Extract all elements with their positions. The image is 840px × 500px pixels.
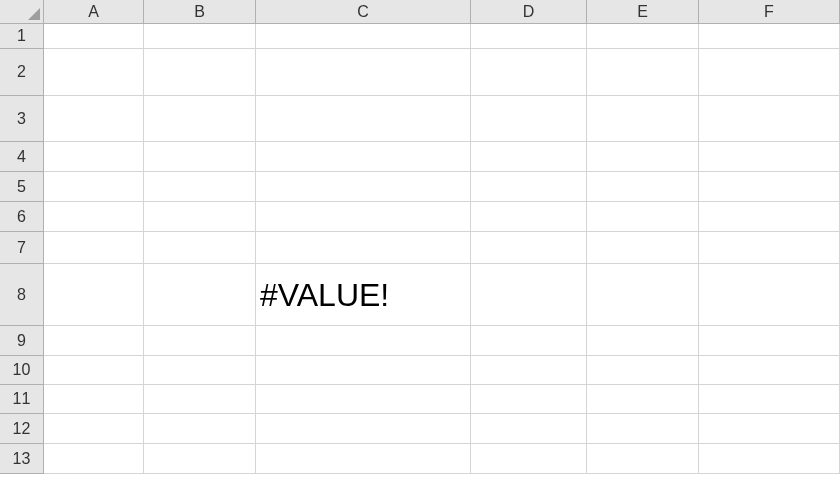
cell-A10[interactable] [44,356,144,385]
cell-A11[interactable] [44,385,144,414]
select-all-button[interactable] [0,0,44,24]
column-header-C[interactable]: C [256,0,471,24]
cell-F8[interactable] [699,264,840,326]
cell-A4[interactable] [44,142,144,172]
cell-C12[interactable] [256,414,471,444]
cell-D7[interactable] [471,232,587,264]
cell-A9[interactable] [44,326,144,356]
cell-F5[interactable] [699,172,840,202]
row-header-5[interactable]: 5 [0,172,44,202]
cell-E9[interactable] [587,326,699,356]
cell-B8[interactable] [144,264,256,326]
cell-B13[interactable] [144,444,256,474]
cell-D13[interactable] [471,444,587,474]
column-header-A[interactable]: A [44,0,144,24]
cell-F6[interactable] [699,202,840,232]
cell-D4[interactable] [471,142,587,172]
cell-E11[interactable] [587,385,699,414]
cell-E2[interactable] [587,49,699,96]
row-header-6[interactable]: 6 [0,202,44,232]
cell-B2[interactable] [144,49,256,96]
cell-B4[interactable] [144,142,256,172]
cell-B3[interactable] [144,96,256,142]
cell-B12[interactable] [144,414,256,444]
cell-B9[interactable] [144,326,256,356]
row-header-10[interactable]: 10 [0,356,44,385]
cell-E12[interactable] [587,414,699,444]
column-header-E[interactable]: E [587,0,699,24]
row-header-7[interactable]: 7 [0,232,44,264]
cell-D10[interactable] [471,356,587,385]
cell-C8[interactable]: #VALUE! [256,264,471,326]
cell-F1[interactable] [699,24,840,49]
cell-C5[interactable] [256,172,471,202]
cell-B11[interactable] [144,385,256,414]
cell-C9[interactable] [256,326,471,356]
cell-B6[interactable] [144,202,256,232]
row-header-3[interactable]: 3 [0,96,44,142]
cell-E7[interactable] [587,232,699,264]
cell-D2[interactable] [471,49,587,96]
cell-B1[interactable] [144,24,256,49]
cell-C1[interactable] [256,24,471,49]
cell-E5[interactable] [587,172,699,202]
cell-E6[interactable] [587,202,699,232]
cell-D9[interactable] [471,326,587,356]
row-header-1[interactable]: 1 [0,24,44,49]
cell-E1[interactable] [587,24,699,49]
cell-E4[interactable] [587,142,699,172]
cell-A3[interactable] [44,96,144,142]
cell-A7[interactable] [44,232,144,264]
cell-F3[interactable] [699,96,840,142]
cell-D8[interactable] [471,264,587,326]
cell-D1[interactable] [471,24,587,49]
cell-C7[interactable] [256,232,471,264]
cell-C2[interactable] [256,49,471,96]
row-header-11[interactable]: 11 [0,385,44,414]
row-header-9[interactable]: 9 [0,326,44,356]
row-header-13[interactable]: 13 [0,444,44,474]
cell-F4[interactable] [699,142,840,172]
cell-A5[interactable] [44,172,144,202]
cell-D11[interactable] [471,385,587,414]
cell-A8[interactable] [44,264,144,326]
cell-C3[interactable] [256,96,471,142]
cell-C4[interactable] [256,142,471,172]
cell-A6[interactable] [44,202,144,232]
cell-A12[interactable] [44,414,144,444]
cell-C6[interactable] [256,202,471,232]
row-header-2[interactable]: 2 [0,49,44,96]
spreadsheet: ABCDEF 12345678910111213 #VALUE! [0,0,840,500]
cell-B5[interactable] [144,172,256,202]
cell-B10[interactable] [144,356,256,385]
cell-F10[interactable] [699,356,840,385]
column-header-F[interactable]: F [699,0,840,24]
cell-B7[interactable] [144,232,256,264]
cell-D12[interactable] [471,414,587,444]
cell-D5[interactable] [471,172,587,202]
cell-D3[interactable] [471,96,587,142]
cell-D6[interactable] [471,202,587,232]
cell-E3[interactable] [587,96,699,142]
cell-A1[interactable] [44,24,144,49]
column-header-D[interactable]: D [471,0,587,24]
cell-F2[interactable] [699,49,840,96]
column-headers: ABCDEF [44,0,840,24]
cell-F7[interactable] [699,232,840,264]
row-header-8[interactable]: 8 [0,264,44,326]
cell-C10[interactable] [256,356,471,385]
cell-E10[interactable] [587,356,699,385]
cell-E13[interactable] [587,444,699,474]
cell-F12[interactable] [699,414,840,444]
row-header-4[interactable]: 4 [0,142,44,172]
cell-C13[interactable] [256,444,471,474]
row-header-12[interactable]: 12 [0,414,44,444]
cell-F13[interactable] [699,444,840,474]
column-header-B[interactable]: B [144,0,256,24]
cell-F9[interactable] [699,326,840,356]
cell-C11[interactable] [256,385,471,414]
cell-A13[interactable] [44,444,144,474]
cell-A2[interactable] [44,49,144,96]
cell-E8[interactable] [587,264,699,326]
cell-F11[interactable] [699,385,840,414]
